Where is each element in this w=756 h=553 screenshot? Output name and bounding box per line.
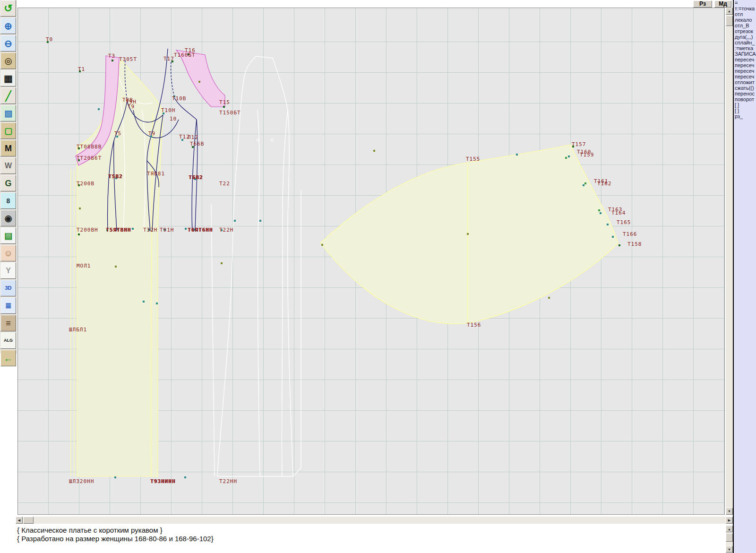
textarea-vscrollbar[interactable]: ▲ ▼ (726, 525, 733, 553)
toolbar: ↺⊕⊖◎▦╱▧▢MWG8◉▤☺Y3D≣≡ALG← (0, 0, 17, 354)
description-text-area[interactable]: { Классическое платье с коротким рукавом… (0, 525, 726, 553)
command-line[interactable]: сжать(() (734, 85, 756, 91)
point-marker (598, 209, 600, 211)
size-list-icon: ≣ (5, 302, 11, 310)
rz-button[interactable]: Рз (693, 0, 712, 8)
point-label: ШЛБЛ1 (69, 327, 87, 333)
alg-button[interactable]: ALG (0, 332, 16, 349)
point-label: Т160БТ (174, 52, 196, 58)
compass-button[interactable]: W (0, 157, 16, 174)
model-photo-button[interactable]: ☺ (0, 245, 16, 261)
letter-g-button[interactable]: G (0, 175, 16, 191)
notch-label: Н (271, 138, 274, 143)
command-panel[interactable]: =т:=точкаотллекалоотл_Вотрезокдуга(,,,)с… (733, 0, 756, 553)
point-label: Т305Т (119, 56, 137, 62)
point-label: Т164 (611, 210, 626, 216)
pattern-piece-button[interactable]: ▢ (0, 122, 16, 139)
command-line[interactable]: [ ] (734, 108, 756, 113)
books-icon: ≡ (6, 319, 11, 328)
letter-g-icon: G (5, 179, 11, 188)
ruler-button[interactable]: 8 (0, 192, 16, 209)
exit-icon: ← (4, 354, 13, 363)
scroll-down-icon[interactable]: ▼ (726, 508, 733, 515)
command-line[interactable]: лекало (734, 17, 756, 23)
command-line[interactable]: пересеч (734, 57, 756, 62)
point-marker (143, 301, 145, 302)
view-3d-icon: 3D (5, 285, 11, 291)
point-marker (112, 60, 113, 61)
command-line[interactable]: отрезок (734, 28, 756, 34)
scroll-up-icon[interactable]: ▲ (726, 526, 733, 532)
command-line[interactable]: перенос (734, 91, 756, 96)
scroll-down-icon[interactable]: ▼ (726, 546, 733, 553)
command-line[interactable]: отл_В (734, 23, 756, 28)
command-line[interactable]: т:=точка (734, 6, 756, 11)
command-line[interactable]: рз_ (734, 113, 756, 119)
point-label: Т166 (623, 231, 637, 237)
point-label: Т0 (46, 36, 53, 43)
exit-button[interactable]: ← (0, 350, 16, 366)
zoom-out-icon: ⊖ (4, 39, 12, 48)
grid-button[interactable]: ▦ (0, 70, 16, 86)
garment-sketch-icon: Y (6, 267, 11, 275)
scroll-right-icon[interactable]: ▶ (726, 517, 733, 524)
point-label: Т6ЯТ6НН (188, 227, 213, 233)
point-marker (565, 157, 567, 159)
preview-pattern-button[interactable]: ◎ (0, 52, 16, 69)
point-label: Т5ЯТВНН (106, 227, 131, 233)
camera-button[interactable]: ◉ (0, 210, 16, 226)
command-line[interactable]: :=метка (734, 45, 756, 51)
zoom-in-button[interactable]: ⊕ (0, 17, 16, 34)
scroll-left-icon[interactable]: ◀ (16, 517, 23, 524)
pattern-drawing (18, 8, 724, 514)
notch-label: Н (257, 138, 259, 143)
point-marker (221, 262, 223, 264)
command-line[interactable]: дуга(,,,) (734, 34, 756, 40)
command-line[interactable]: отложит (734, 79, 756, 85)
canvas-hscrollbar[interactable]: ◀ ▶ (16, 517, 733, 524)
point-marker (198, 81, 200, 83)
point-marker (184, 476, 186, 478)
point-marker (234, 220, 236, 222)
command-line[interactable]: сплайн_ (734, 40, 756, 45)
pattern-m-button[interactable]: M (0, 140, 16, 156)
pattern-canvas[interactable]: Т0Т1Т3Т305ТТ16Т160БТТ17Т8ВТ9НТ9Т10ВТ10Н1… (17, 8, 725, 515)
hscroll-thumb[interactable] (23, 517, 34, 524)
point-marker (568, 156, 570, 157)
tvscroll-thumb[interactable] (726, 533, 733, 542)
zoom-out-button[interactable]: ⊖ (0, 35, 16, 52)
spreadsheet-button[interactable]: ▤ (0, 227, 16, 244)
command-line[interactable]: пересеч (734, 74, 756, 79)
point-label: Т93НИНН (150, 478, 175, 484)
books-button[interactable]: ≡ (0, 315, 16, 331)
command-line[interactable]: [ ] (734, 102, 756, 108)
command-line[interactable]: пересеч (734, 62, 756, 68)
undo-button[interactable]: ↺ (0, 0, 16, 17)
picture-button[interactable]: ▧ (0, 105, 16, 121)
point-marker (321, 244, 323, 246)
md-button[interactable]: Мд (714, 0, 731, 8)
point-label: ТТ20Б6Т (77, 155, 102, 161)
scroll-up-icon[interactable]: ▲ (726, 8, 733, 15)
pattern-cad-window: { "top_bar": { "buttons": [ { "label": "… (0, 0, 756, 553)
vscroll-thumb[interactable] (726, 16, 733, 26)
preview-pattern-icon: ◎ (5, 57, 12, 65)
measure-segment-button[interactable]: ╱ (0, 87, 16, 104)
point-marker (98, 108, 100, 110)
point-marker (259, 220, 261, 222)
garment-sketch-button[interactable]: Y (0, 262, 16, 279)
command-line[interactable]: поворот (734, 96, 756, 102)
canvas-vscrollbar[interactable]: ▲ ▼ (726, 8, 733, 515)
point-marker (78, 233, 80, 235)
compass-icon: W (5, 162, 12, 170)
point-marker (548, 297, 550, 299)
point-marker (185, 228, 187, 230)
ruler-icon: 8 (7, 198, 10, 204)
point-label: Т32Н (143, 227, 158, 233)
size-list-button[interactable]: ≣ (0, 297, 16, 314)
command-line[interactable]: пересеч (734, 68, 756, 74)
command-line[interactable]: = (734, 0, 756, 6)
command-line[interactable]: отл (734, 11, 756, 17)
command-line[interactable]: ЗАПИСА (734, 51, 756, 57)
view-3d-button[interactable]: 3D (0, 280, 16, 296)
